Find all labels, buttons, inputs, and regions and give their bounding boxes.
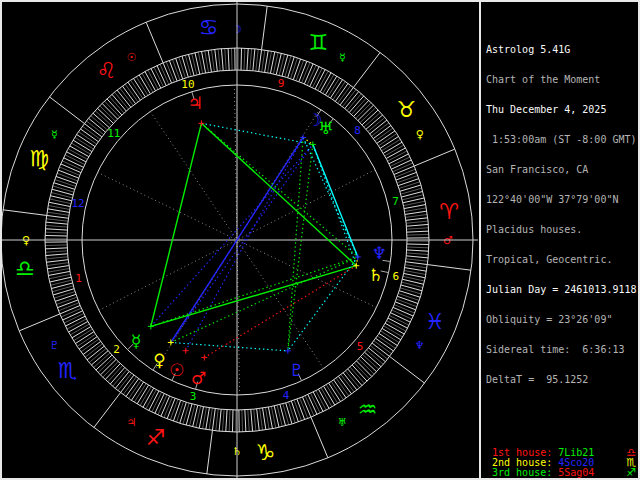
house-number: 12 [72,197,85,210]
chart-header: Astrolog 5.41G Chart of the Moment Thu D… [486,25,636,405]
ruler-glyph-icon: ♀ [416,128,424,141]
header-line: DeltaT = 95.1252 [486,375,636,385]
planet-glyph-icon: ♅ [318,118,333,138]
header-line: San Francisco, CA [486,165,636,175]
header-line: Placidus houses. [486,225,636,235]
planet-glyph-icon: ♇ [289,360,304,380]
header-line: Obliquity = 23°26'09" [486,315,636,325]
sign-glyph-icon: ♈ [439,199,459,224]
house-number: 3 [190,390,197,403]
sign-glyph-icon: ♉ [397,97,417,122]
house-number: 1 [75,272,82,285]
aspect-line [313,144,356,265]
aspect-line [151,144,313,326]
planet-glyph-icon: ☉ [169,360,184,380]
house-number: 9 [278,77,285,90]
house-number: 8 [354,124,361,137]
house-number: 6 [393,270,400,283]
header-line: 122°40'00"W 37°79'00"N [486,195,636,205]
house-cusp-list: 1st house: 7Lib21♎ 2nd house: 4Sco20♏ 3r… [486,448,636,480]
planet-glyph-icon: ♃ [188,93,203,113]
aspect-line [303,137,358,256]
sign-glyph-icon: ♊ [309,30,329,55]
chart-wheel: ♈♂♉♀♊☿♋☽♌☉♍☿♎♀♏♇♐♃♑♄♒♅♓♆123456789101112☉… [0,0,480,480]
header-line: Thu December 4, 2025 [486,105,636,115]
sign-glyph-icon: ♐ [146,425,166,450]
header-line: Astrolog 5.41G [486,45,636,55]
house-number: 4 [283,389,290,402]
aspect-line [288,257,358,351]
house-number: 10 [181,78,194,91]
header-line: Tropical, Geocentric. [486,255,636,265]
sign-glyph-icon: ♋ [199,15,219,40]
sign-glyph-icon: ♒ [358,397,378,422]
sign-glyph-icon: ♍ [29,146,49,171]
header-line: Julian Day = 2461013.9118 [486,285,636,295]
aspect-line [201,123,312,144]
ruler-glyph-icon: ☉ [127,51,137,64]
aspect-line [151,123,202,326]
planet-glyph-icon: ☿ [131,331,141,351]
aspect-line [171,144,313,342]
house-number: 5 [357,340,364,353]
panel-divider [479,0,481,480]
aspect-line [201,123,357,257]
house-number: 11 [107,127,120,140]
astrolog-window: ♈♂♉♀♊☿♋☽♌☉♍☿♎♀♏♇♐♃♑♄♒♅♓♆123456789101112☉… [0,0,640,480]
ruler-glyph-icon: ♅ [338,416,348,429]
ruler-glyph-icon: ☿ [339,51,346,64]
planet-glyph-icon: ♀ [153,350,165,370]
header-line: Chart of the Moment [486,75,636,85]
ruler-glyph-icon: ♇ [49,339,59,352]
planet-glyph-icon: ♂ [191,368,206,388]
info-panel: Astrolog 5.41G Chart of the Moment Thu D… [486,5,636,480]
sign-glyph-icon: ♎ [15,256,35,281]
sign-glyph-icon: ♓ [425,309,445,334]
sign-glyph-icon: ♏ [58,358,78,383]
house-number: 2 [113,343,120,356]
aspect-line [186,137,303,350]
aspect-line [288,137,303,350]
ruler-glyph-icon: ♃ [127,416,137,429]
aspect-line [151,266,356,327]
aspect-line [204,266,356,358]
ruler-glyph-icon: ♆ [415,339,425,352]
ruler-glyph-icon: ☿ [51,128,58,141]
header-line: 1:53:00am (ST -8:00 GMT) [486,135,636,145]
planet-glyph-icon: ♆ [372,243,387,263]
sign-glyph-icon: ♑ [256,440,276,465]
house-number: 7 [392,195,399,208]
sign-glyph-icon: ♌ [96,58,116,83]
planet-glyph-icon: ♄ [368,265,383,285]
header-line: Sidereal time: 6:36:13 [486,345,636,355]
